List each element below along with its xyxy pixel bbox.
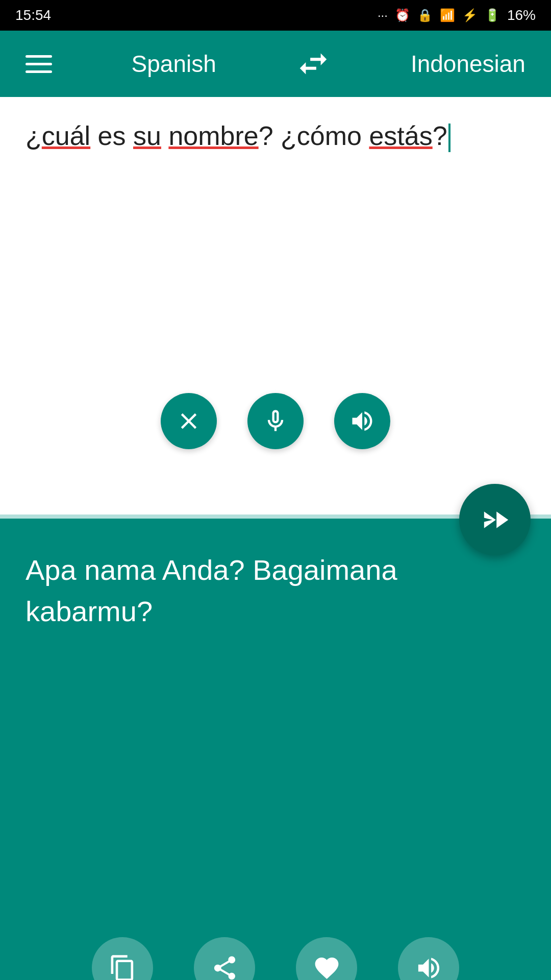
bolt-icon: ⚡ (462, 8, 478, 22)
source-input[interactable]: ¿cuál es su nombre? ¿cómo estás? (26, 117, 525, 373)
status-time: 15:54 (15, 7, 51, 23)
word-su: su (133, 121, 161, 151)
alarm-icon: ⏰ (395, 8, 410, 22)
clear-button[interactable] (161, 393, 217, 449)
microphone-button[interactable] (247, 393, 304, 449)
target-action-buttons (0, 937, 551, 980)
translate-button[interactable] (459, 484, 531, 555)
share-button[interactable] (194, 937, 255, 980)
status-bar: 15:54 ··· ⏰ 🔒 📶 ⚡ 🔋 16% (0, 0, 551, 31)
target-panel: Apa nama Anda? Bagaimana kabarmu? (0, 519, 551, 980)
swap-languages-button[interactable] (295, 46, 331, 82)
word-cual: cuál (42, 121, 90, 151)
signal-icon: 📶 (440, 8, 455, 22)
target-language-selector[interactable]: Indonesian (411, 50, 525, 78)
favorite-button[interactable] (296, 937, 357, 980)
source-panel: ¿cuál es su nombre? ¿cómo estás? (0, 97, 551, 516)
text-cursor (448, 124, 450, 152)
copy-button[interactable] (92, 937, 153, 980)
more-icon: ··· (378, 8, 388, 22)
status-icons: ··· ⏰ 🔒 📶 ⚡ 🔋 16% (378, 7, 536, 23)
menu-button[interactable] (26, 55, 52, 73)
word-estas: estás (369, 121, 432, 151)
speak-translation-button[interactable] (398, 937, 459, 980)
battery-percent: 16% (507, 7, 536, 23)
word-nombre: nombre (168, 121, 258, 151)
source-language-selector[interactable]: Spanish (132, 50, 216, 78)
battery-icon: 🔋 (485, 8, 500, 22)
translated-text: Apa nama Anda? Bagaimana kabarmu? (26, 549, 525, 632)
lock-icon: 🔒 (417, 8, 433, 22)
source-action-buttons (26, 393, 525, 459)
toolbar: Spanish Indonesian (0, 31, 551, 97)
speak-source-button[interactable] (334, 393, 390, 449)
